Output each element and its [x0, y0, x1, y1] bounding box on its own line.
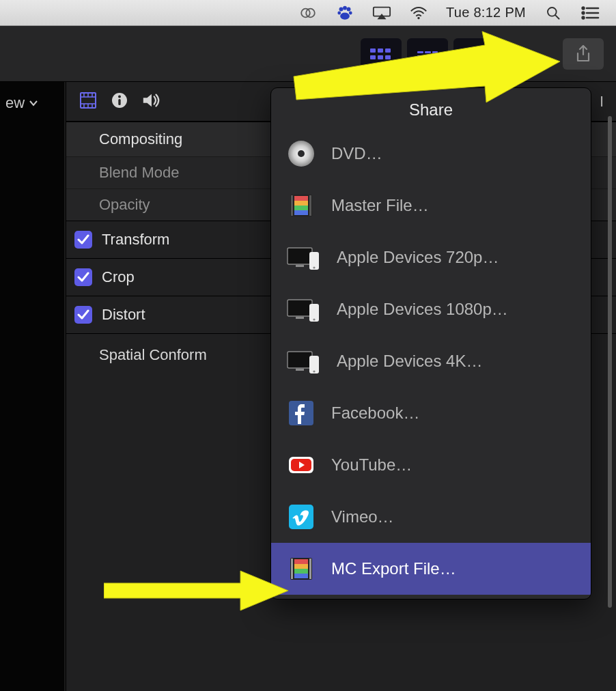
- share-item-facebook[interactable]: Facebook…: [271, 387, 591, 439]
- share-list: DVD… Master File… Apple Devices 720p… Ap…: [271, 128, 591, 599]
- svg-point-5: [337, 11, 341, 14]
- share-item-label: YouTube…: [331, 455, 412, 475]
- svg-marker-47: [143, 94, 152, 107]
- share-item-youtube[interactable]: YouTube…: [271, 439, 591, 491]
- inspector-sliders-button[interactable]: [453, 38, 494, 70]
- svg-point-64: [313, 318, 315, 320]
- svg-rect-22: [370, 55, 376, 59]
- transform-label: Transform: [102, 231, 169, 249]
- share-item-dvd[interactable]: DVD…: [271, 128, 591, 180]
- app-toolbar: [0, 26, 616, 82]
- svg-rect-54: [294, 201, 308, 206]
- info-icon[interactable]: [110, 91, 129, 113]
- notification-center-icon[interactable]: [580, 5, 600, 20]
- svg-rect-51: [291, 195, 293, 216]
- svg-rect-75: [291, 559, 293, 579]
- left-sidebar: ew: [0, 82, 66, 691]
- svg-point-17: [583, 16, 585, 18]
- share-button[interactable]: [563, 38, 604, 70]
- svg-point-10: [417, 16, 419, 18]
- share-item-devices-1080p[interactable]: Apple Devices 1080p…: [271, 283, 591, 335]
- svg-line-12: [555, 15, 559, 18]
- checkbox-checked-icon[interactable]: [74, 231, 92, 249]
- svg-rect-33: [468, 52, 471, 55]
- checkbox-checked-icon[interactable]: [74, 268, 92, 286]
- svg-rect-21: [385, 48, 391, 53]
- share-item-devices-4k[interactable]: Apple Devices 4K…: [271, 335, 591, 387]
- share-popover-title: Share: [271, 88, 591, 128]
- film-icon[interactable]: [79, 91, 98, 113]
- svg-rect-25: [417, 51, 423, 53]
- svg-point-4: [347, 7, 351, 11]
- share-item-label: Apple Devices 4K…: [337, 352, 482, 371]
- svg-rect-23: [378, 55, 383, 59]
- svg-rect-57: [288, 248, 312, 264]
- spotlight-search-icon[interactable]: [544, 5, 563, 20]
- film-color-icon: [286, 554, 316, 584]
- svg-rect-56: [294, 210, 308, 215]
- svg-point-68: [313, 370, 315, 372]
- view-label: ew: [5, 94, 25, 112]
- creative-cloud-icon[interactable]: [298, 5, 318, 20]
- wifi-icon[interactable]: [409, 5, 428, 20]
- svg-rect-61: [288, 300, 312, 316]
- inspector-tab-partial: I: [600, 93, 604, 111]
- svg-point-49: [298, 150, 305, 157]
- svg-rect-27: [432, 51, 438, 53]
- checkbox-checked-icon[interactable]: [74, 306, 92, 324]
- share-item-master-file[interactable]: Master File…: [271, 180, 591, 231]
- view-dropdown[interactable]: ew: [0, 82, 64, 112]
- vimeo-icon: [286, 502, 316, 532]
- distort-label: Distort: [102, 306, 145, 324]
- svg-point-3: [343, 5, 347, 10]
- svg-rect-76: [309, 559, 311, 579]
- svg-point-6: [349, 11, 352, 14]
- share-item-label: Vimeo…: [331, 507, 394, 526]
- film-color-icon: [286, 191, 316, 221]
- svg-rect-32: [476, 48, 479, 51]
- share-popover: Share DVD… Master File… Apple Devices 72…: [270, 87, 591, 600]
- view-mode-segment: [361, 38, 494, 70]
- svg-rect-26: [425, 51, 431, 53]
- svg-rect-77: [294, 559, 308, 564]
- facebook-icon: [286, 398, 316, 428]
- svg-rect-52: [309, 195, 311, 216]
- svg-rect-79: [294, 569, 308, 574]
- svg-rect-80: [294, 574, 308, 578]
- list-view-button[interactable]: [407, 38, 448, 70]
- svg-point-2: [339, 7, 344, 11]
- popover-scrollbar[interactable]: [608, 116, 612, 608]
- audio-icon[interactable]: [141, 91, 160, 113]
- share-item-label: Apple Devices 720p…: [337, 248, 499, 267]
- youtube-icon: [286, 450, 316, 480]
- svg-rect-53: [294, 196, 308, 201]
- svg-rect-34: [473, 56, 477, 59]
- svg-rect-73: [289, 505, 313, 529]
- filmstrip-view-button[interactable]: [361, 38, 402, 70]
- devices-icon: [286, 294, 322, 324]
- share-item-vimeo[interactable]: Vimeo…: [271, 491, 591, 543]
- devices-icon: [286, 242, 322, 272]
- svg-rect-19: [370, 48, 376, 53]
- macos-menubar: Tue 8:12 PM: [0, 0, 616, 26]
- svg-rect-78: [294, 564, 308, 569]
- clock-time[interactable]: Tue 8:12 PM: [446, 5, 526, 20]
- svg-rect-65: [288, 352, 312, 368]
- svg-point-45: [118, 95, 121, 98]
- svg-point-7: [340, 12, 350, 19]
- airplay-icon[interactable]: [372, 5, 391, 20]
- paw-icon[interactable]: [335, 5, 354, 20]
- svg-rect-55: [294, 206, 308, 210]
- svg-point-60: [313, 266, 315, 268]
- svg-rect-62: [296, 317, 304, 319]
- svg-rect-28: [417, 55, 438, 57]
- share-item-label: Master File…: [331, 196, 429, 215]
- svg-rect-20: [378, 48, 383, 53]
- share-item-mc-export[interactable]: MC Export File…: [271, 543, 591, 595]
- chevron-down-icon: [29, 98, 38, 108]
- svg-point-13: [583, 7, 585, 9]
- share-item-label: Facebook…: [331, 404, 419, 423]
- share-item-label: Apple Devices 1080p…: [337, 300, 508, 319]
- share-item-devices-720p[interactable]: Apple Devices 720p…: [271, 231, 591, 283]
- svg-rect-66: [296, 369, 304, 371]
